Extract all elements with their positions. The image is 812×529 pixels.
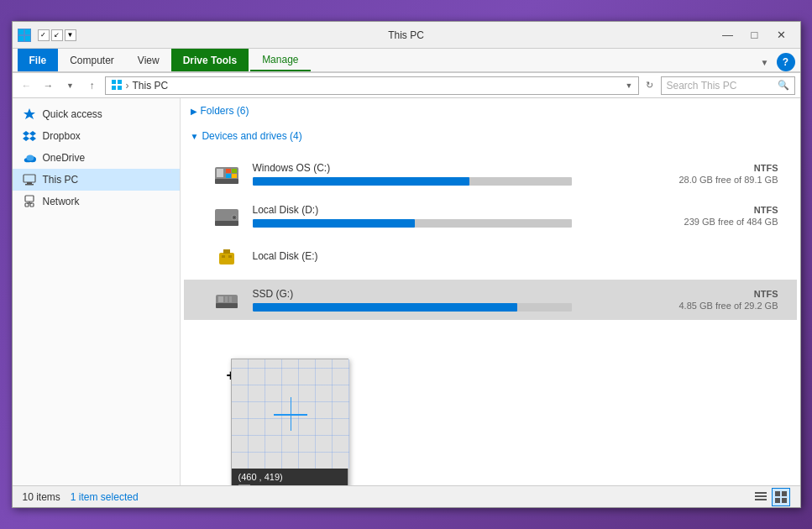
svg-rect-38 (216, 303, 238, 308)
search-box[interactable]: Search This PC 🔍 (661, 76, 795, 95)
devices-section-header[interactable]: ▼ Devices and drives (4) (181, 123, 800, 149)
search-placeholder: Search This PC (667, 80, 737, 92)
forward-button[interactable]: → (39, 76, 58, 95)
sidebar-label-onedrive: OneDrive (43, 152, 86, 164)
svg-rect-15 (27, 182, 32, 184)
minimize-button[interactable]: — (715, 22, 741, 49)
quick-btn-1[interactable]: ✓ (38, 29, 50, 41)
devices-toggle-icon: ▼ (191, 132, 199, 141)
svg-rect-0 (18, 29, 24, 34)
drive-d-fs: NTFS (666, 205, 778, 215)
up-button[interactable]: ↑ (83, 76, 102, 95)
drive-d-size: 239 GB free of 484 GB (666, 217, 778, 227)
svg-rect-36 (228, 255, 232, 258)
quick-btn-dropdown[interactable]: ▼ (65, 29, 76, 41)
svg-marker-8 (24, 108, 35, 119)
ribbon-help-area: ▼ ? (757, 53, 795, 71)
selected-count: 1 item selected (71, 491, 139, 503)
sidebar-item-quick-access[interactable]: Quick access (13, 103, 180, 125)
drive-c-info: Windows OS (C:) (253, 162, 652, 186)
address-dropdown-arrow[interactable]: ▼ (626, 81, 633, 90)
quick-btn-2[interactable]: ↙ (51, 29, 63, 41)
view-details-button[interactable] (752, 488, 770, 506)
svg-rect-30 (215, 221, 238, 226)
drive-e-name: Local Disk (E:) (253, 250, 652, 262)
window-icon (18, 29, 31, 42)
recent-button[interactable]: ▼ (61, 76, 80, 95)
svg-rect-6 (112, 86, 116, 90)
refresh-button[interactable]: ↻ (642, 78, 657, 93)
drive-g-info: SSD (G:) (253, 288, 652, 312)
svg-rect-34 (223, 249, 230, 254)
title-bar: ✓ ↙ ▼ This PC — □ ✕ (13, 22, 800, 49)
svg-rect-1 (25, 29, 30, 34)
network-icon (23, 195, 36, 208)
drive-d-bar-bg (253, 219, 572, 228)
help-button[interactable]: ? (777, 53, 795, 71)
drive-c-name: Windows OS (C:) (253, 162, 652, 174)
onedrive-icon (23, 151, 36, 165)
window-controls: — □ ✕ (715, 22, 795, 49)
color-swatch (238, 484, 250, 485)
tab-drive-tools[interactable]: Drive Tools (171, 49, 249, 71)
svg-rect-18 (25, 203, 29, 207)
tab-file[interactable]: File (18, 49, 59, 71)
folders-section-header[interactable]: ▶ Folders (6) (181, 98, 800, 123)
sidebar-label-this-pc: This PC (43, 174, 79, 186)
drive-item-e[interactable]: Local Disk (E:) (184, 238, 797, 278)
drive-item-g[interactable]: SSD (G:) NTFS 4.85 GB free of 29.2 GB (184, 280, 797, 320)
devices-section-label: Devices and drives (4) (202, 130, 301, 142)
address-bar: ← → ▼ ↑ › This PC ▼ ↻ Search This PC 🔍 (13, 73, 800, 98)
drive-c-size: 28.0 GB free of 89.1 GB (666, 175, 778, 185)
maximize-button[interactable]: □ (741, 22, 768, 49)
crosshair-v (291, 397, 292, 431)
drive-item-c[interactable]: Windows OS (C:) NTFS 28.0 GB free of 89.… (184, 154, 797, 194)
view-tiles-button[interactable] (772, 488, 790, 506)
sidebar-item-this-pc[interactable]: This PC (13, 169, 180, 191)
svg-rect-25 (226, 169, 231, 173)
svg-rect-41 (229, 296, 232, 302)
quick-access-toolbar: ✓ ↙ ▼ (38, 29, 76, 41)
svg-rect-23 (215, 179, 238, 184)
ribbon-collapse-button[interactable]: ▼ (757, 54, 773, 71)
tab-manage[interactable]: Manage (250, 49, 310, 71)
svg-rect-14 (24, 175, 35, 182)
close-button[interactable]: ✕ (768, 22, 795, 49)
back-button[interactable]: ← (18, 76, 36, 95)
drive-c-bar-fill (253, 177, 469, 186)
svg-rect-5 (118, 80, 122, 84)
svg-rect-16 (25, 184, 34, 186)
svg-rect-17 (25, 196, 34, 202)
drive-g-icon (211, 286, 244, 313)
svg-marker-9 (23, 131, 36, 136)
svg-marker-10 (23, 136, 36, 141)
address-path-icon (111, 78, 123, 92)
svg-rect-44 (755, 499, 767, 500)
drive-e-meta (652, 257, 778, 259)
drive-item-d[interactable]: Local Disk (D:) NTFS 239 GB free of 484 … (184, 196, 797, 236)
window-title: This PC (388, 29, 424, 41)
address-path[interactable]: › This PC ▼ (105, 76, 639, 95)
drive-c-meta: NTFS 28.0 GB free of 89.1 GB (652, 163, 778, 185)
sidebar-label-network: Network (43, 196, 80, 207)
svg-rect-26 (232, 169, 237, 173)
drive-c-icon (211, 160, 244, 187)
sidebar: Quick access Dropbox (13, 98, 181, 485)
view-buttons (752, 488, 790, 506)
drive-d-meta: NTFS 239 GB free of 484 GB (652, 205, 778, 227)
title-bar-left: ✓ ↙ ▼ (18, 29, 76, 42)
dropbox-icon (23, 129, 36, 143)
drive-d-icon (211, 202, 244, 229)
tab-computer[interactable]: Computer (58, 49, 126, 71)
drive-g-meta: NTFS 4.85 GB free of 29.2 GB (652, 289, 778, 311)
ribbon: File Computer View Drive Tools Manage ▼ … (13, 49, 800, 73)
sidebar-item-onedrive[interactable]: OneDrive (13, 147, 180, 169)
this-pc-icon (23, 173, 36, 186)
sidebar-item-network[interactable]: Network (13, 191, 180, 212)
drive-g-fs: NTFS (666, 289, 778, 299)
status-bar: 10 items 1 item selected (13, 485, 800, 507)
svg-rect-4 (112, 80, 116, 84)
tab-view[interactable]: View (126, 49, 171, 71)
sidebar-item-dropbox[interactable]: Dropbox (13, 125, 180, 147)
color-picker-popup: (460 , 419) 217, 217, 217 (231, 359, 348, 485)
